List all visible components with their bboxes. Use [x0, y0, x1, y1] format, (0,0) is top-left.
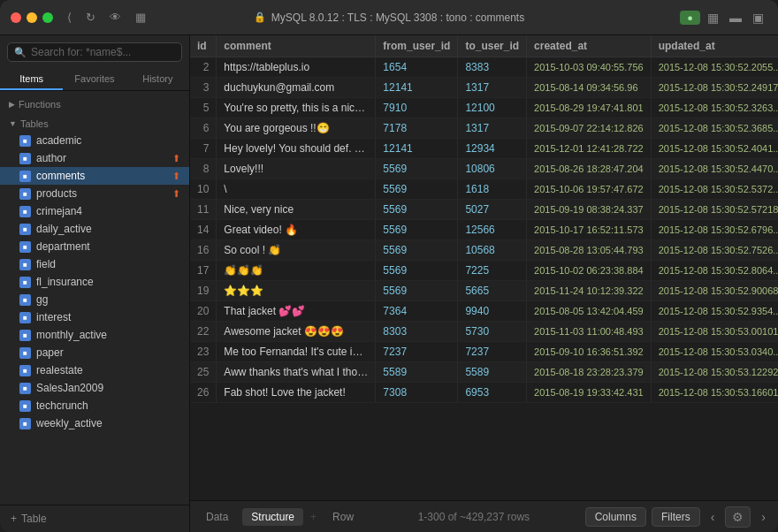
list-view-icon[interactable]: ▬: [726, 9, 745, 27]
cell-created_at: 2015-08-29 19:47:41.801: [527, 98, 652, 118]
sidebar-item-author[interactable]: ■ author ⬆: [0, 149, 189, 167]
sidebar-item-monthly_active[interactable]: ■ monthly_active: [0, 326, 189, 344]
table-icon: ■: [19, 206, 31, 217]
cell-to_user_id: 1618: [458, 179, 527, 200]
content-area: idcommentfrom_user_idto_user_idcreated_a…: [190, 35, 778, 532]
db-status-button[interactable]: ●: [680, 11, 700, 25]
table-row[interactable]: 26Fab shot! Love the jacket!730869532015…: [190, 383, 778, 403]
panel-view-icon[interactable]: ▣: [749, 9, 767, 27]
cell-to_user_id: 10568: [458, 240, 527, 261]
add-table-button[interactable]: + Table: [7, 511, 182, 527]
data-table: idcommentfrom_user_idto_user_idcreated_a…: [190, 35, 778, 403]
table-row[interactable]: 11Nice, very nice556950272015-09-19 08:3…: [190, 200, 778, 220]
table-name: products: [36, 187, 77, 200]
nav-back-icon[interactable]: ⟨: [64, 9, 75, 26]
table-name: author: [36, 152, 66, 164]
table-row[interactable]: 10\556916182015-10-06 19:57:47.6722015-1…: [190, 179, 778, 200]
grid-view-icon[interactable]: ▦: [704, 9, 722, 27]
next-page-button[interactable]: ›: [756, 507, 771, 527]
sidebar-tabs: Items Favorites History: [0, 69, 189, 91]
col-header-from_user_id[interactable]: from_user_id: [376, 35, 458, 57]
cell-to_user_id: 8383: [458, 57, 527, 78]
columns-button[interactable]: Columns: [585, 507, 646, 527]
cell-updated_at: 2015-12-08 15:30:53.0340...: [651, 342, 778, 362]
bottom-tab-structure[interactable]: Structure: [242, 508, 303, 526]
titlebar-title: 🔒 MySQL 8.0.12 : TLS : MySQL 3308 : tono…: [254, 11, 524, 24]
cell-created_at: 2015-10-17 16:52:11.573: [527, 220, 652, 240]
cell-created_at: 2015-10-03 09:40:55.756: [527, 57, 652, 78]
search-input-wrapper[interactable]: 🔍: [7, 42, 182, 62]
tables-header[interactable]: ▼ Tables: [0, 116, 189, 132]
layout-icon[interactable]: ▦: [132, 9, 149, 26]
sidebar-item-field[interactable]: ■ field: [0, 255, 189, 273]
cell-comment: Aww thanks that's what I thought to lol …: [217, 362, 376, 383]
table-row[interactable]: 6You are gorgeous !!😁717813172015-09-07 …: [190, 118, 778, 139]
table-row[interactable]: 17👏👏👏556972252015-10-02 06:23:38.8842015…: [190, 261, 778, 281]
tables-label: Tables: [20, 118, 49, 129]
table-row[interactable]: 8Lovely!!!5569108062015-08-26 18:28:47.2…: [190, 159, 778, 179]
sidebar-item-academic[interactable]: ■ academic: [0, 132, 189, 149]
cell-from_user_id: 5569: [376, 159, 458, 179]
col-header-id[interactable]: id: [190, 35, 217, 57]
table-icon: ■: [19, 418, 31, 429]
close-button[interactable]: [11, 12, 21, 23]
col-header-updated_at[interactable]: updated_at: [651, 35, 778, 57]
sidebar-item-SalesJan2009[interactable]: ■ SalesJan2009: [0, 379, 189, 397]
tab-items[interactable]: Items: [0, 69, 63, 90]
table-body[interactable]: idcommentfrom_user_idto_user_idcreated_a…: [190, 35, 778, 500]
cell-to_user_id: 12566: [458, 220, 527, 240]
col-header-to_user_id[interactable]: to_user_id: [458, 35, 527, 57]
tab-history[interactable]: History: [126, 69, 189, 90]
minimize-button[interactable]: [27, 12, 37, 23]
refresh-icon[interactable]: ↻: [82, 9, 99, 26]
sidebar-item-comments[interactable]: ■ comments ⬆: [0, 167, 189, 185]
settings-button[interactable]: ⚙: [725, 506, 751, 528]
col-header-created_at[interactable]: created_at: [527, 35, 652, 57]
sidebar-item-crimejan4[interactable]: ■ crimejan4: [0, 202, 189, 220]
maximize-button[interactable]: [42, 12, 53, 23]
filters-button[interactable]: Filters: [652, 507, 700, 527]
cell-updated_at: 2015-12-08 15:30:52.9354...: [651, 301, 778, 322]
table-row[interactable]: 20That jacket 💕💕736499402015-08-05 13:42…: [190, 301, 778, 322]
eye-icon[interactable]: 👁: [106, 9, 125, 26]
table-name: techcrunch: [36, 399, 88, 412]
functions-header[interactable]: ▶ Functions: [0, 96, 189, 112]
sidebar-bottom: + Table: [0, 505, 189, 532]
sidebar-item-daily_active[interactable]: ■ daily_active: [0, 220, 189, 238]
table-row[interactable]: 22Awesome jacket 😍😍😍830357302015-11-03 1…: [190, 322, 778, 342]
table-row[interactable]: 5You're so pretty, this is a nice ni gor…: [190, 98, 778, 118]
table-row[interactable]: 25Aww thanks that's what I thought to lo…: [190, 362, 778, 383]
prev-page-button[interactable]: ‹: [706, 507, 721, 527]
sidebar-item-products[interactable]: ■ products ⬆: [0, 185, 189, 202]
add-row-button[interactable]: Row: [324, 508, 362, 526]
search-input[interactable]: [31, 46, 175, 58]
table-name: fl_insurance: [36, 276, 94, 288]
table-row[interactable]: 16So cool ! 👏5569105682015-08-28 13:05:4…: [190, 240, 778, 261]
table-row[interactable]: 23Me too Fernanda! It's cute isn't it 😁😊…: [190, 342, 778, 362]
sidebar-item-techcrunch[interactable]: ■ techcrunch: [0, 397, 189, 414]
table-row[interactable]: 7Hey lovely! You should def. enter the C…: [190, 139, 778, 159]
table-row[interactable]: 2https://tableplus.io165483832015-10-03 …: [190, 57, 778, 78]
table-icon: ■: [19, 330, 31, 341]
table-row[interactable]: 19⭐⭐⭐556956652015-11-24 10:12:39.3222015…: [190, 281, 778, 301]
sidebar-item-realestate[interactable]: ■ realestate: [0, 361, 189, 379]
cell-comment: Nice, very nice: [217, 200, 376, 220]
sidebar-item-paper[interactable]: ■ paper: [0, 344, 189, 361]
table-icon: ■: [19, 400, 31, 412]
sidebar-item-interest[interactable]: ■ interest: [0, 308, 189, 326]
sidebar-item-weekly_active[interactable]: ■ weekly_active: [0, 414, 189, 432]
col-header-comment[interactable]: comment: [217, 35, 376, 57]
row-info: 1-300 of ~429,237 rows: [368, 511, 580, 523]
cell-updated_at: 2015-12-08 15:30:52.572182: [651, 200, 778, 220]
cell-from_user_id: 12141: [376, 78, 458, 98]
cell-comment: duchuykun@gmail.com: [217, 78, 376, 98]
sidebar-item-gg[interactable]: ■ gg: [0, 291, 189, 308]
sidebar-item-department[interactable]: ■ department: [0, 238, 189, 255]
cell-from_user_id: 5569: [376, 261, 458, 281]
table-row[interactable]: 14Great video! 🔥5569125662015-10-17 16:5…: [190, 220, 778, 240]
sidebar-item-fl_insurance[interactable]: ■ fl_insurance: [0, 273, 189, 291]
tab-favorites[interactable]: Favorites: [63, 69, 126, 90]
bottom-tab-data[interactable]: Data: [197, 508, 237, 526]
table-row[interactable]: 3duchuykun@gmail.com1214113172015-08-14 …: [190, 78, 778, 98]
table-name: interest: [36, 311, 71, 323]
